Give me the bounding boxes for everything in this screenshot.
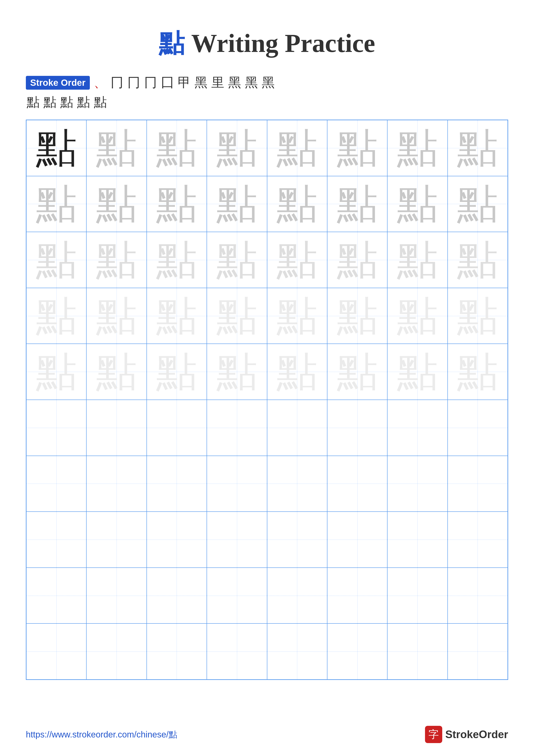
stroke-char-3: 冂 [127, 74, 140, 92]
grid-cell-empty[interactable] [447, 400, 508, 456]
grid-cell-empty[interactable] [207, 623, 267, 680]
grid-cell[interactable]: 點 [327, 288, 387, 344]
practice-char: 點 [397, 239, 438, 281]
grid-cell-empty[interactable] [207, 400, 267, 456]
grid-cell-empty[interactable] [207, 568, 267, 624]
stroke-char-12: 點 [27, 94, 39, 111]
grid-cell[interactable]: 點 [147, 176, 207, 232]
grid-cell-empty[interactable] [387, 456, 447, 512]
grid-cell-empty[interactable] [387, 568, 447, 624]
grid-cell-empty[interactable] [147, 400, 207, 456]
grid-cell[interactable]: 點 [147, 288, 207, 344]
grid-cell-empty[interactable] [387, 512, 447, 568]
grid-cell[interactable]: 點 [87, 232, 146, 288]
grid-cell[interactable]: 點 [267, 176, 327, 232]
grid-cell-empty[interactable] [327, 623, 387, 680]
grid-cell[interactable]: 點 [327, 120, 387, 176]
grid-cell[interactable]: 點 [267, 344, 327, 400]
grid-cell[interactable]: 點 [387, 232, 447, 288]
grid-cell-empty[interactable] [447, 623, 508, 680]
grid-cell[interactable]: 點 [207, 120, 267, 176]
grid-cell-empty[interactable] [26, 512, 87, 568]
grid-cell[interactable]: 點 [447, 344, 508, 400]
grid-cell-empty[interactable] [26, 623, 87, 680]
grid-cell[interactable]: 點 [87, 288, 146, 344]
grid-cell[interactable]: 點 [387, 344, 447, 400]
grid-cell[interactable]: 點 [267, 120, 327, 176]
grid-cell[interactable]: 點 [26, 344, 87, 400]
grid-cell-empty[interactable] [387, 623, 447, 680]
practice-char: 點 [337, 127, 378, 169]
practice-char: 點 [457, 127, 498, 169]
grid-cell[interactable]: 點 [447, 176, 508, 232]
grid-cell-empty[interactable] [87, 512, 146, 568]
grid-cell-empty[interactable] [87, 400, 146, 456]
stroke-char-2: 冂 [111, 74, 123, 92]
grid-cell[interactable]: 點 [387, 288, 447, 344]
practice-char: 點 [397, 351, 438, 392]
stroke-char-1: 、 [94, 74, 107, 92]
grid-cell[interactable]: 點 [147, 344, 207, 400]
grid-cell[interactable]: 點 [327, 344, 387, 400]
grid-cell-empty[interactable] [447, 456, 508, 512]
grid-cell[interactable]: 點 [387, 120, 447, 176]
practice-char: 點 [277, 295, 318, 337]
grid-cell[interactable]: 點 [147, 120, 207, 176]
grid-cell[interactable]: 點 [447, 288, 508, 344]
grid-cell-empty[interactable] [267, 568, 327, 624]
grid-cell-empty[interactable] [447, 512, 508, 568]
practice-char: 點 [337, 183, 378, 224]
stroke-char-4: 冂 [144, 74, 157, 92]
grid-cell-empty[interactable] [147, 512, 207, 568]
grid-cell[interactable]: 點 [207, 176, 267, 232]
grid-cell[interactable]: 點 [207, 288, 267, 344]
grid-cell[interactable]: 點 [87, 120, 146, 176]
practice-char: 點 [457, 183, 498, 224]
grid-cell-empty[interactable] [87, 456, 146, 512]
writing-grid: 點 點 點 點 點 點 點 點 點 點 點 點 點 點 點 點 點 點 點 點 … [26, 120, 508, 680]
grid-cell-empty[interactable] [267, 623, 327, 680]
grid-cell-empty[interactable] [267, 456, 327, 512]
grid-cell[interactable]: 點 [447, 232, 508, 288]
practice-char: 點 [277, 183, 318, 224]
grid-cell-empty[interactable] [327, 400, 387, 456]
grid-cell-empty[interactable] [267, 400, 327, 456]
footer-url[interactable]: https://www.strokeorder.com/chinese/點 [26, 729, 177, 741]
grid-cell[interactable]: 點 [327, 176, 387, 232]
grid-cell[interactable]: 點 [87, 344, 146, 400]
grid-cell-empty[interactable] [26, 400, 87, 456]
grid-cell-empty[interactable] [26, 568, 87, 624]
grid-cell[interactable]: 點 [267, 288, 327, 344]
grid-cell[interactable]: 點 [207, 232, 267, 288]
grid-cell-empty[interactable] [327, 456, 387, 512]
grid-cell[interactable]: 點 [207, 344, 267, 400]
practice-char: 點 [96, 295, 137, 337]
grid-cell[interactable]: 點 [26, 176, 87, 232]
grid-cell[interactable]: 點 [447, 120, 508, 176]
stroke-order-row1: Stroke Order 、 冂 冂 冂 囗 甲 黑 里 黑 黑 黑 [26, 74, 508, 92]
grid-cell-empty[interactable] [147, 456, 207, 512]
grid-cell[interactable]: 點 [387, 176, 447, 232]
stroke-char-14: 點 [60, 94, 73, 111]
grid-cell-empty[interactable] [447, 568, 508, 624]
grid-cell[interactable]: 點 [147, 232, 207, 288]
grid-cell-empty[interactable] [207, 456, 267, 512]
grid-cell[interactable]: 點 [267, 232, 327, 288]
grid-cell-empty[interactable] [387, 400, 447, 456]
grid-cell[interactable]: 點 [26, 120, 87, 176]
grid-cell-empty[interactable] [26, 456, 87, 512]
grid-cell[interactable]: 點 [26, 232, 87, 288]
grid-cell-empty[interactable] [207, 512, 267, 568]
grid-cell[interactable]: 點 [26, 288, 87, 344]
page: 點 Writing Practice Stroke Order 、 冂 冂 冂 … [0, 0, 534, 756]
grid-cell-empty[interactable] [87, 623, 146, 680]
grid-cell-empty[interactable] [147, 568, 207, 624]
practice-char: 點 [156, 183, 197, 224]
grid-cell-empty[interactable] [87, 568, 146, 624]
grid-cell[interactable]: 點 [327, 232, 387, 288]
grid-cell-empty[interactable] [267, 512, 327, 568]
grid-cell[interactable]: 點 [87, 176, 146, 232]
grid-cell-empty[interactable] [327, 568, 387, 624]
grid-cell-empty[interactable] [327, 512, 387, 568]
grid-cell-empty[interactable] [147, 623, 207, 680]
